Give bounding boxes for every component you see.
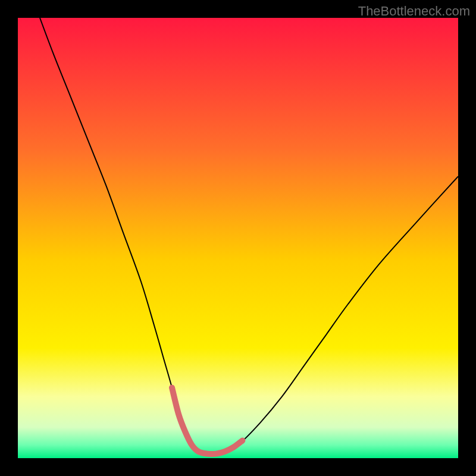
gradient-background [18, 18, 458, 458]
chart-container [18, 18, 458, 458]
watermark-text: TheBottleneck.com [358, 4, 470, 19]
bottleneck-chart [18, 18, 458, 458]
